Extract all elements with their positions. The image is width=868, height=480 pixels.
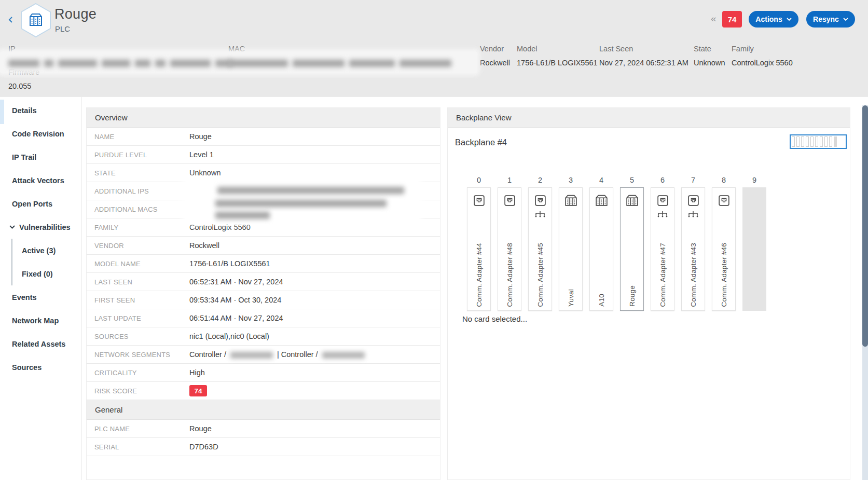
redacted-ip-mac-band [0, 51, 477, 73]
row-label: FIRST SEEN [87, 296, 189, 304]
vertical-scrollbar-thumb[interactable] [862, 105, 868, 347]
no-card-selected-text: No card selected... [462, 314, 527, 323]
sidebar-item-label: Events [12, 293, 37, 301]
table-row: VENDORRockwell [87, 237, 440, 255]
row-value: Rockwell [189, 241, 219, 250]
row-label: STATE [87, 169, 189, 177]
backplane-card-a10[interactable]: A10 [589, 187, 613, 311]
ethernet-port-icon [718, 194, 731, 209]
table-row: RISK SCORE74 [87, 382, 440, 400]
row-label: VENDOR [87, 242, 189, 250]
ethernet-port-icon [503, 194, 516, 209]
row-label: NETWORK SEGMENTS [87, 351, 189, 359]
sidebar-item-details[interactable]: Details [0, 99, 81, 122]
asset-type-hexagon-icon [20, 3, 52, 40]
table-row: SOURCESnic1 (Local),nic0 (Local) [87, 327, 440, 346]
last-seen-value: Nov 27, 2024 06:52:31 AM [599, 59, 688, 67]
table-row: LAST SEEN06:52:31 AM · Nov 27, 2024 [87, 273, 440, 291]
slot-number: 3 [559, 176, 583, 184]
risk-score-badge: 74 [722, 11, 742, 28]
detail-sidebar: Details Code Revision IP Trail Attack Ve… [0, 97, 81, 480]
section-title: General [95, 405, 122, 414]
family-label: Family [732, 45, 754, 53]
asset-detail-page: Rouge PLC « 74 Actions Resync IP MAC Fir… [0, 0, 868, 480]
backplane-card-comm-adapter-46[interactable]: Comm. Adapter #46 [712, 187, 736, 311]
row-label: LAST UPDATE [87, 314, 189, 322]
sidebar-item-events[interactable]: Events [0, 285, 81, 309]
row-value: ControlLogix 5560 [189, 223, 251, 231]
sidebar-item-vulnerabilities-fixed[interactable]: Fixed (0) [12, 262, 81, 285]
card-label: Comm. Adapter #45 [536, 243, 544, 307]
backplane-minimap[interactable] [790, 134, 847, 149]
ethernet-port-icon [656, 194, 669, 209]
card-label: Rouge [628, 285, 636, 307]
page-title: Rouge [54, 6, 97, 22]
backplane-card-comm-adapter-44[interactable]: Comm. Adapter #44 [467, 187, 491, 311]
plc-cabinet-icon [564, 194, 578, 209]
sidebar-item-label: IP Trail [12, 153, 36, 161]
backplane-card-comm-adapter-43[interactable]: Comm. Adapter #43 [681, 187, 705, 311]
sidebar-item-attack-vectors[interactable]: Attack Vectors [0, 169, 81, 192]
redacted-additional-ips-macs [185, 181, 419, 221]
model-label: Model [517, 45, 538, 53]
ethernet-port-icon [473, 194, 486, 209]
collapse-panel-icon[interactable]: « [711, 13, 717, 24]
family-value: ControlLogix 5560 [732, 59, 793, 67]
sidebar-item-related-assets[interactable]: Related Assets [0, 332, 81, 355]
table-row: FAMILYControlLogix 5560 [87, 218, 440, 237]
row-label: PURDUE LEVEL [87, 151, 189, 159]
card-label: Comm. Adapter #47 [659, 243, 667, 307]
card-label: Comm. Adapter #44 [475, 243, 483, 307]
sidebar-item-vulnerabilities[interactable]: Vulnerabilities [0, 215, 81, 239]
row-label: ADDITIONAL MACS [87, 205, 189, 213]
state-value: Unknown [694, 59, 725, 67]
sidebar-item-label: Related Assets [12, 340, 65, 348]
backplane-card-comm-adapter-45[interactable]: Comm. Adapter #45 [528, 187, 552, 311]
sidebar-item-open-ports[interactable]: Open Ports [0, 192, 81, 215]
back-icon[interactable] [7, 16, 15, 24]
backplane-panel: Backplane View Backplane #4 0 Comm. Adap… [447, 107, 850, 480]
asset-header: Rouge PLC « 74 Actions Resync IP MAC Fir… [0, 0, 868, 97]
row-label: RISK SCORE [87, 387, 189, 395]
section-title: Overview [95, 113, 128, 122]
sidebar-item-label: Fixed (0) [22, 270, 53, 278]
vendor-label: Vendor [480, 45, 504, 53]
segment-separator: | Controller / [277, 350, 318, 359]
vulnerabilities-children: Active (3) Fixed (0) [11, 239, 81, 285]
card-label: Comm. Adapter #43 [690, 243, 697, 307]
active-item-indicator [0, 100, 4, 124]
sidebar-item-sources[interactable]: Sources [0, 355, 81, 379]
plc-cabinet-icon [595, 194, 609, 209]
row-value: Unknown [189, 169, 221, 177]
slot-number: 1 [498, 176, 521, 184]
backplane-card-yuval[interactable]: Yuval [559, 187, 583, 311]
backplane-card-rouge[interactable]: Rouge [620, 187, 644, 311]
sidebar-item-network-map[interactable]: Network Map [0, 309, 81, 332]
slot-number: 7 [681, 176, 705, 184]
sidebar-item-code-revision[interactable]: Code Revision [0, 122, 81, 145]
row-label: PLC NAME [87, 425, 189, 433]
sidebar-item-label: Sources [12, 363, 42, 372]
table-row: CRITICALITYHigh [87, 364, 440, 382]
backplane-card-comm-adapter-47[interactable]: Comm. Adapter #47 [651, 187, 674, 311]
row-value: D7D63D [189, 443, 218, 451]
state-label: State [694, 45, 711, 53]
row-label: FAMILY [87, 224, 189, 231]
model-value: 1756-L61/B LOGIX5561 [517, 59, 598, 67]
row-label: CRITICALITY [87, 369, 189, 377]
chevron-down-icon [843, 18, 848, 21]
backplane-card-comm-adapter-48[interactable]: Comm. Adapter #48 [498, 187, 521, 311]
last-seen-label: Last Seen [599, 45, 633, 53]
sidebar-item-label: Vulnerabilities [19, 223, 71, 231]
resync-button[interactable]: Resync [806, 11, 855, 28]
redacted-mac-value [228, 58, 456, 67]
sidebar-item-vulnerabilities-active[interactable]: Active (3) [12, 239, 81, 262]
table-row: FIRST SEEN09:53:34 AM · Oct 30, 2024 [87, 291, 440, 309]
table-row: NETWORK SEGMENTS Controller /| Controlle… [87, 346, 440, 364]
sidebar-item-ip-trail[interactable]: IP Trail [0, 145, 81, 169]
slot-number: 9 [742, 176, 766, 184]
redacted-ip-value [8, 58, 237, 67]
row-value: 06:52:31 AM · Nov 27, 2024 [189, 278, 283, 286]
table-row: LAST UPDATE06:51:44 AM · Nov 27, 2024 [87, 309, 440, 327]
actions-button[interactable]: Actions [749, 11, 798, 28]
